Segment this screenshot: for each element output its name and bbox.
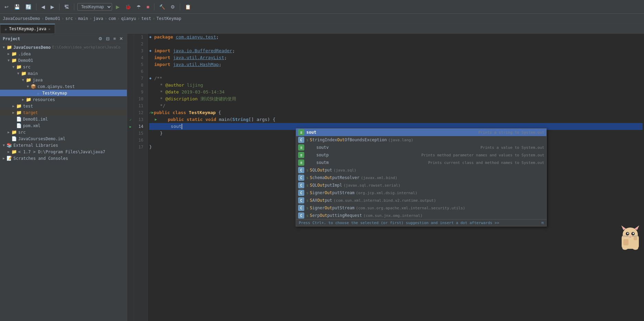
code-line-8: * @author lijing <box>149 82 643 89</box>
autocomplete-item-stringindex[interactable]: C s StringIndexOutOfBoundsException (jav… <box>296 136 546 144</box>
autocomplete-item-saxoutput[interactable]: C s SAXOutput (com.sun.xml.internal.bind… <box>296 197 546 204</box>
autocomplete-pkg-sqlimpl: (javax.sql.rowset.serial) <box>343 183 401 188</box>
back-button[interactable]: ◀ <box>40 3 47 11</box>
autocomplete-pkg-serp: (com.sun.jnx.omg.internal) <box>363 213 423 218</box>
breadcrumb-item-com[interactable]: com <box>108 16 116 21</box>
run-button[interactable]: ▶ <box>114 3 121 11</box>
tree-item-javacoursesiml[interactable]: 📄 JavaCoursesDemo.iml <box>0 135 127 142</box>
breadcrumb-item-testkeymap[interactable]: TestKeymap <box>156 16 181 21</box>
tree-icon-target: 📁 <box>16 110 22 115</box>
autocomplete-hint-soutv: Prints a value to System.out <box>474 145 544 150</box>
breadcrumb-item-demo01[interactable]: Demo01 <box>45 16 60 21</box>
autocomplete-item-schemaoutput[interactable]: C s SchemaOutputResolver (javax.xml.bind… <box>296 174 546 181</box>
tree-item-src2[interactable]: ▶ 📁 src <box>0 129 127 135</box>
code-line-5: ◆ import java.util.HashMap ; <box>149 61 643 68</box>
autocomplete-item-sqloutput[interactable]: C s SQLOutput (java.sql) <box>296 166 546 174</box>
autocomplete-item-soutm[interactable]: ≡ soutm Prints current class and method … <box>296 159 546 166</box>
sidebar-settings-button[interactable]: ⚙ <box>97 36 103 42</box>
coverage-button[interactable]: ☂ <box>135 3 143 11</box>
code-editor[interactable]: ✓ ▶ 1 2 3 4 5 6 7 8 9 10 11 12 13 <box>127 34 644 321</box>
autocomplete-icon-class-sqlimpl: C <box>298 182 304 188</box>
tab-testkeymap[interactable]: ☕ TestKeymap.java ✕ <box>0 24 55 33</box>
tab-close-button[interactable]: ✕ <box>48 27 51 31</box>
autocomplete-label-stringindex: StringIndexOutOfBoundsException <box>310 137 387 142</box>
tree-icon-main: 📁 <box>21 71 27 76</box>
code-line-1: ◆ package com.qianyu.test ; <box>149 34 643 41</box>
tree-item-resources[interactable]: ▶ 📁 resources <box>0 96 127 103</box>
autocomplete-icon-class-serp: C <box>298 212 304 219</box>
stop-button[interactable]: ■ <box>145 3 151 11</box>
tree-item-java[interactable]: ▼ 📁 java <box>0 77 127 83</box>
tree-item-java17[interactable]: ▶ 📁 < 1.7 > D:\Program Files\Java\java7 <box>0 148 127 155</box>
autocomplete-icon-live-soutv: ≡ <box>298 144 304 151</box>
autocomplete-item-soutp[interactable]: ≡ soutp Prints method parameter names an… <box>296 151 546 159</box>
autocomplete-icon-class-signer2: C <box>298 205 304 211</box>
breadcrumb-item-test[interactable]: test <box>141 16 151 21</box>
code-line-3: ◆ import java.io.BufferedReader ; <box>149 47 643 54</box>
autocomplete-label-signer1: SignerOutputStream <box>310 190 354 195</box>
autocomplete-pi-icon: π <box>541 221 544 225</box>
sync-button[interactable]: 🔄 <box>24 3 33 11</box>
tree-label-resources: resources <box>33 97 55 102</box>
tree-item-extlibs[interactable]: ▼ 📚 External Libraries <box>0 142 127 148</box>
breadcrumb-item-project[interactable]: JavaCoursesDemo <box>3 16 40 21</box>
build-button[interactable]: 🔨 <box>157 3 167 11</box>
tree-item-comqianyu[interactable]: ▼ 📦 com.qianyu.test <box>0 83 127 90</box>
tree-icon-extlibs: 📚 <box>6 143 12 148</box>
autocomplete-footer: Press Ctrl+. to choose the selected (or … <box>296 219 546 226</box>
tree-item-idea[interactable]: ▶ 📁 .idea <box>0 51 127 57</box>
autocomplete-icon-class-schema: C <box>298 175 304 181</box>
autocomplete-icon-live-soutm: ≡ <box>298 159 304 166</box>
tree-item-src[interactable]: ▼ 📁 src <box>0 64 127 70</box>
tree-icon-idea: 📁 <box>11 51 17 56</box>
save-button[interactable]: 💾 <box>12 3 22 11</box>
tree-arrow-resources: ▶ <box>21 98 25 101</box>
breadcrumb-item-java[interactable]: java <box>93 16 103 21</box>
autocomplete-item-soutv[interactable]: ≡ soutv Prints a value to System.out <box>296 144 546 151</box>
tree-item-target[interactable]: ▶ 📁 target <box>0 109 127 116</box>
code-line-10: * @discription 测试快捷键的使用 <box>149 96 643 102</box>
tree-path-root: E:\Codes\idea_workplace\JavaCo <box>52 45 120 49</box>
tree-label-idea: .idea <box>18 52 31 56</box>
update-button[interactable]: ⚙ <box>169 3 177 11</box>
run-gutter-12[interactable]: ✓ <box>127 116 134 123</box>
autocomplete-label-serp: SerpOutputtingRequest <box>310 213 362 218</box>
autocomplete-footer-text: Press Ctrl+. to choose the selected (or … <box>299 221 499 225</box>
tree-item-demo01iml[interactable]: 📄 Demo01.iml <box>0 116 127 122</box>
tree-item-testkeymap[interactable]: ☕ TestKeymap <box>0 90 127 96</box>
tree-item-test[interactable]: ▶ 📁 test <box>0 103 127 109</box>
autocomplete-item-serp[interactable]: C s SerpOutputtingRequest (com.sun.jnx.o… <box>296 212 546 219</box>
forward-button[interactable]: ▶ <box>49 3 56 11</box>
tree-label-root: JavaCoursesDemo <box>13 45 51 50</box>
tree-label-src: src <box>23 65 31 69</box>
debug-button[interactable]: 🐞 <box>123 3 133 11</box>
tree-item-root[interactable]: ▼ 📁 JavaCoursesDemo E:\Codes\idea_workpl… <box>0 44 127 51</box>
separator-4 <box>154 3 154 10</box>
breadcrumb-item-src[interactable]: src <box>65 16 73 21</box>
run-gutter-13[interactable]: ▶ <box>127 123 134 130</box>
run-config-dropdown[interactable]: TestKeymap <box>77 3 112 11</box>
autocomplete-item-sqloutputimpl[interactable]: C s SQLOutputImpl (javax.sql.rowset.seri… <box>296 181 546 189</box>
tree-label-java17: < 1.7 > D:\Program Files\Java\java7 <box>18 150 105 154</box>
sidebar: Project ⚙ ⊟ ≡ ✕ ▼ 📁 JavaCoursesDemo E:\C… <box>0 34 127 321</box>
tree-item-main[interactable]: ▼ 📁 main <box>0 70 127 77</box>
autocomplete-item-signer2[interactable]: C s SignerOutputStream (com.sun.org.apac… <box>296 204 546 212</box>
structure-icon[interactable]: 🏗 <box>63 3 71 11</box>
tree-item-pomxml[interactable]: 📄 pom.xml <box>0 122 127 129</box>
autocomplete-label-sout: sout <box>306 130 316 135</box>
sidebar-collapse-button[interactable]: ⊟ <box>105 36 111 42</box>
autocomplete-footer-link[interactable]: >> <box>495 221 499 225</box>
autocomplete-item-signer1[interactable]: C s SignerOutputStream (org.jcp.xml.dsig… <box>296 189 546 197</box>
tree-item-demo01[interactable]: ▼ 📁 Demo01 <box>0 57 127 64</box>
tree-icon-demo01iml: 📄 <box>16 117 22 122</box>
undo-button[interactable]: ↩ <box>3 3 10 11</box>
code-line-6 <box>149 68 643 75</box>
sidebar-close-button[interactable]: ✕ <box>118 36 124 42</box>
autocomplete-item-sout[interactable]: ≡ sout Prints a string to System.out <box>296 129 546 136</box>
tree-item-scratches[interactable]: ▶ 📝 Scratches and Consoles <box>0 155 127 162</box>
breadcrumb-item-main[interactable]: main <box>78 16 88 21</box>
breadcrumb-item-qianyu[interactable]: qianyu <box>121 16 136 21</box>
vcs-button[interactable]: 📋 <box>183 3 193 11</box>
sidebar-options-button[interactable]: ≡ <box>112 36 117 42</box>
tree-label-comqianyu: com.qianyu.test <box>37 84 75 89</box>
